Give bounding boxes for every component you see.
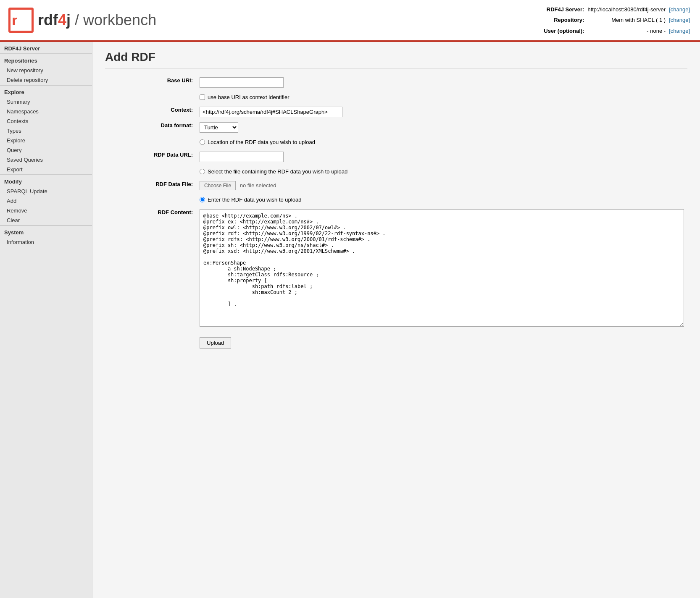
header: r rdf4j / workbench RDF4J Server: http:/… [0,0,700,42]
rdf-url-row: RDF Data URL: [105,149,687,165]
base-uri-label: Base URI: [105,75,196,90]
server-info: RDF4J Server: http://localhost:8080/rdf4… [542,4,692,36]
upload-row: Upload [105,330,687,351]
sidebar-item-contexts[interactable]: Contexts [0,116,92,126]
server-label: RDF4J Server: [542,4,586,15]
radio-content-label: Enter the RDF data you wish to upload [208,197,301,203]
sidebar-item-remove[interactable]: Remove [0,206,92,215]
repo-value: Mem with SHACL ( 1 ) [586,15,667,25]
data-format-row: Data format: Turtle RDF/XML N-Triples N3… [105,120,687,135]
radio-content-row-inner: Enter the RDF data you wish to upload [200,195,684,204]
sidebar-item-add[interactable]: Add [0,196,92,206]
logo-rdf: rdf [38,11,58,29]
radio-url[interactable] [200,139,205,145]
rdf-url-label: RDF Data URL: [105,149,196,165]
sidebar-section-repos: Repositories [0,54,92,66]
page-title: Add RDF [105,50,687,68]
radio-content-row: Enter the RDF data you wish to upload [105,193,687,207]
logo-text: rdf4j / workbench [38,11,156,29]
context-input[interactable] [200,107,342,117]
context-label: Context: [105,104,196,120]
sidebar-item-summary[interactable]: Summary [0,97,92,107]
data-format-cell: Turtle RDF/XML N-Triples N3 JSON-LD TriG… [196,120,687,135]
data-format-label: Data format: [105,120,196,135]
base-uri-cell [196,75,687,90]
sidebar-item-namespaces[interactable]: Namespaces [0,107,92,116]
sidebar-item-explore[interactable]: Explore [0,136,92,145]
radio-file-label: Select the file containing the RDF data … [208,168,347,175]
sidebar-section-system: System [0,226,92,237]
layout: RDF4J Server Repositories New repository… [0,42,700,598]
rdf-file-cell: Choose File no file selected [196,178,687,193]
server-value: http://localhost:8080/rdf4j-server [586,4,667,15]
user-change-link[interactable]: [change] [669,28,690,34]
sidebar-item-export[interactable]: Export [0,165,92,174]
sidebar-item-clear[interactable]: Clear [0,215,92,225]
context-cell [196,104,687,120]
rdf-content-row: RDF Content: [105,207,687,330]
rdf-content-label: RDF Content: [105,207,196,330]
user-value: - none - [586,26,667,36]
data-format-select[interactable]: Turtle RDF/XML N-Triples N3 JSON-LD TriG… [200,122,238,133]
radio-file-row: Select the file containing the RDF data … [105,165,687,178]
repo-change-link[interactable]: [change] [669,17,690,23]
user-label: User (optional): [542,26,586,36]
rdf-file-label: RDF Data File: [105,178,196,193]
repo-label: Repository: [542,15,586,25]
radio-file[interactable] [200,169,205,174]
sidebar-item-delete-repo[interactable]: Delete repository [0,75,92,85]
radio-content[interactable] [200,197,205,202]
main-content: Add RDF Base URI: use base URI as contex… [92,42,700,598]
radio-file-row-inner: Select the file containing the RDF data … [200,167,684,176]
rdf-file-row: RDF Data File: Choose File no file selec… [105,178,687,193]
rdf-url-input[interactable] [200,152,284,162]
base-uri-checkbox-row: use base URI as context identifier [105,90,687,104]
radio-url-label: Location of the RDF data you wish to upl… [208,139,315,145]
sidebar-item-saved-queries[interactable]: Saved Queries [0,155,92,165]
server-change-link[interactable]: [change] [669,6,690,13]
sidebar-item-information[interactable]: Information [0,237,92,247]
base-uri-checkbox-row-inner: use base URI as context identifier [200,93,684,102]
sidebar-section-explore: Explore [0,85,92,97]
sidebar-section-modify: Modify [0,175,92,186]
sidebar-item-new-repo[interactable]: New repository [0,66,92,75]
context-row: Context: [105,104,687,120]
logo-workbench: / workbench [75,11,156,29]
no-file-label: no file selected [240,182,276,189]
add-rdf-form: Base URI: use base URI as context identi… [105,75,687,351]
sidebar-item-types[interactable]: Types [0,126,92,136]
sidebar-item-query[interactable]: Query [0,145,92,155]
radio-url-row: Location of the RDF data you wish to upl… [105,135,687,149]
sidebar-item-sparql-update[interactable]: SPARQL Update [0,186,92,196]
rdf-content-textarea[interactable] [200,209,684,327]
radio-url-row-inner: Location of the RDF data you wish to upl… [200,138,684,147]
choose-file-button[interactable]: Choose File [200,181,236,190]
rdf-url-cell [196,149,687,165]
sidebar-section-server: RDF4J Server [0,42,92,53]
logo-num: 4 [58,11,66,29]
base-uri-checkbox[interactable] [200,94,205,100]
svg-text:r: r [12,12,17,28]
sidebar: RDF4J Server Repositories New repository… [0,42,92,598]
upload-button[interactable]: Upload [200,337,231,349]
base-uri-input[interactable] [200,77,284,88]
base-uri-row: Base URI: [105,75,687,90]
base-uri-checkbox-label: use base URI as context identifier [208,94,289,100]
rdf-content-cell [196,207,687,330]
logo-icon: r [8,8,34,33]
logo-j: j [66,11,71,29]
logo-area: r rdf4j / workbench [8,8,156,33]
